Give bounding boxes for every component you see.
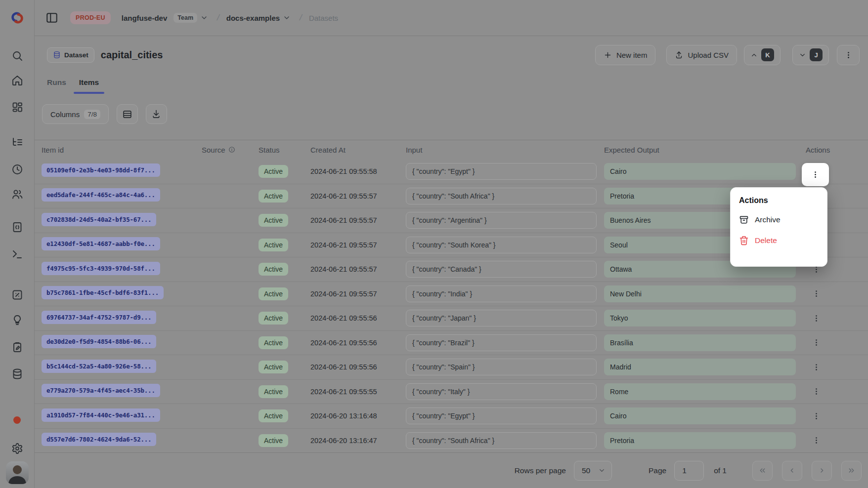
col-header-status[interactable]: Status bbox=[259, 146, 310, 154]
home-icon[interactable] bbox=[11, 75, 23, 86]
project-chevron-down-icon[interactable] bbox=[283, 14, 291, 22]
next-item-button[interactable]: J bbox=[792, 45, 829, 65]
menu-title: Actions bbox=[739, 196, 819, 205]
input-cell: { "country": "South Africa" } bbox=[406, 432, 597, 449]
item-id-badge[interactable]: a1910d57-7f84-440c-9e46-a31... bbox=[42, 408, 160, 422]
next-page-button[interactable] bbox=[812, 461, 832, 481]
dots-vertical-icon bbox=[811, 170, 820, 179]
table-row[interactable]: e779a270-579a-4f45-aec4-35b...Active2024… bbox=[35, 379, 868, 404]
item-id-badge[interactable]: b75c7861-1fbe-45cf-bdf6-83f1... bbox=[42, 286, 164, 299]
item-id-badge[interactable]: eed5dafe-244f-465c-a84c-4a6... bbox=[42, 188, 160, 202]
page-number-input[interactable] bbox=[674, 461, 704, 481]
item-id-badge[interactable]: 69764737-34af-4752-9787-d9... bbox=[42, 311, 156, 324]
prev-page-button[interactable] bbox=[782, 461, 802, 481]
tracing-tree-icon[interactable] bbox=[11, 136, 23, 148]
status-dot[interactable] bbox=[13, 416, 21, 424]
breadcrumb-separator: / bbox=[216, 13, 220, 23]
input-cell: { "country": "Canada" } bbox=[406, 261, 597, 278]
page-count-label: of 1 bbox=[714, 466, 727, 475]
chevron-up-icon bbox=[750, 51, 758, 59]
row-actions-button[interactable] bbox=[808, 432, 825, 449]
col-header-source[interactable]: Source bbox=[202, 146, 259, 154]
table-row[interactable]: b5c144cd-52a5-4a80-926e-58...Active2024-… bbox=[35, 355, 868, 379]
prev-user-avatar: K bbox=[761, 48, 774, 61]
menu-item-archive[interactable]: Archive bbox=[739, 209, 819, 230]
lightbulb-icon[interactable] bbox=[11, 314, 23, 326]
chevron-down-icon bbox=[799, 51, 806, 59]
prompts-file-icon[interactable] bbox=[11, 221, 23, 233]
columns-button[interactable]: Columns 7/8 bbox=[42, 104, 109, 124]
chevron-left-icon bbox=[788, 466, 796, 475]
header-more-actions-button[interactable] bbox=[837, 45, 860, 65]
row-actions-button[interactable] bbox=[808, 383, 825, 400]
col-header-item-id[interactable]: Item id bbox=[42, 146, 202, 154]
table-row[interactable]: 05109ef0-2e3b-4e03-98dd-8f7...Active2024… bbox=[35, 159, 868, 184]
item-id-badge[interactable]: e12430df-5e81-4687-aabb-f0e... bbox=[42, 237, 160, 250]
export-button[interactable] bbox=[146, 104, 167, 124]
row-actions-button[interactable] bbox=[808, 310, 825, 326]
created-at-cell: 2024-06-20 13:16:47 bbox=[310, 437, 406, 445]
item-id-badge[interactable]: e779a270-579a-4f45-aec4-35b... bbox=[42, 384, 160, 397]
item-id-badge[interactable]: 05109ef0-2e3b-4e03-98dd-8f7... bbox=[42, 163, 160, 177]
sessions-clock-icon[interactable] bbox=[11, 163, 23, 175]
settings-gear-icon[interactable] bbox=[11, 443, 23, 454]
project-name[interactable]: docs-examples bbox=[226, 14, 280, 22]
playground-terminal-icon[interactable] bbox=[11, 248, 23, 260]
row-actions-button-active[interactable] bbox=[802, 163, 829, 186]
row-actions-button[interactable] bbox=[808, 334, 825, 351]
dashboards-icon[interactable] bbox=[11, 101, 23, 113]
first-page-button[interactable] bbox=[752, 461, 773, 481]
item-id-badge[interactable]: d557e7d6-7802-4624-9da6-52... bbox=[42, 433, 156, 446]
col-header-created-at[interactable]: Created At bbox=[310, 146, 406, 154]
tab-items[interactable]: Items bbox=[79, 75, 99, 94]
row-actions-button[interactable] bbox=[808, 285, 825, 302]
org-chevron-down-icon[interactable] bbox=[200, 14, 208, 22]
table-row[interactable]: a1910d57-7f84-440c-9e46-a31...Active2024… bbox=[35, 404, 868, 428]
info-icon bbox=[228, 146, 235, 153]
upload-csv-button[interactable]: Upload CSV bbox=[666, 45, 737, 65]
row-actions-button[interactable] bbox=[808, 407, 825, 424]
user-avatar[interactable] bbox=[6, 461, 29, 484]
col-header-input[interactable]: Input bbox=[406, 146, 604, 154]
created-at-cell: 2024-06-21 09:55:56 bbox=[310, 339, 406, 347]
sidebar-toggle-icon[interactable] bbox=[45, 11, 58, 24]
datasets-database-icon[interactable] bbox=[11, 368, 23, 380]
item-id-badge[interactable]: de30d2e0-f5d9-4854-88b6-06... bbox=[42, 335, 156, 348]
table-row[interactable]: de30d2e0-f5d9-4854-88b6-06...Active2024-… bbox=[35, 330, 868, 355]
col-header-actions: Actions bbox=[806, 146, 861, 154]
item-id-badge[interactable]: b5c144cd-52a5-4a80-926e-58... bbox=[42, 360, 156, 373]
created-at-cell: 2024-06-21 09:55:57 bbox=[310, 265, 406, 273]
evaluators-percent-icon[interactable] bbox=[11, 289, 23, 301]
table-header-row: Item id Source Status Created At Input E… bbox=[35, 140, 868, 159]
prev-item-button[interactable]: K bbox=[744, 45, 781, 65]
trash-icon bbox=[739, 236, 749, 245]
annotation-clipboard-icon[interactable] bbox=[11, 341, 23, 353]
breadcrumb-section: Datasets bbox=[309, 14, 338, 22]
table-row[interactable]: b75c7861-1fbe-45cf-bdf6-83f1...Active202… bbox=[35, 282, 868, 306]
menu-item-delete[interactable]: Delete bbox=[739, 230, 819, 251]
users-icon[interactable] bbox=[11, 188, 23, 200]
expected-output-cell: New Delhi bbox=[604, 285, 796, 302]
table-row[interactable]: 69764737-34af-4752-9787-d9...Active2024-… bbox=[35, 306, 868, 330]
chevron-down-icon bbox=[598, 467, 606, 474]
item-id-badge[interactable]: f4975c95-5fc3-4939-970d-58f... bbox=[42, 262, 160, 275]
row-actions-button[interactable] bbox=[808, 359, 825, 375]
row-height-button[interactable] bbox=[117, 104, 138, 124]
expected-output-cell: Tokyo bbox=[604, 310, 796, 326]
table-row[interactable]: d557e7d6-7802-4624-9da6-52...Active2024-… bbox=[35, 428, 868, 453]
langfuse-logo-icon[interactable] bbox=[10, 10, 25, 25]
org-name[interactable]: langfuse-dev bbox=[122, 14, 168, 22]
col-header-expected-output[interactable]: Expected Output bbox=[604, 146, 806, 154]
page-label: Page bbox=[649, 466, 666, 475]
new-item-button[interactable]: New item bbox=[595, 45, 656, 65]
rows-per-page-select[interactable]: 50 bbox=[574, 461, 612, 481]
sidebar bbox=[0, 0, 35, 488]
search-icon[interactable] bbox=[11, 50, 23, 62]
tabs: Runs Items bbox=[47, 75, 99, 94]
table-rows-icon bbox=[122, 109, 132, 120]
item-id-badge[interactable]: c702838d-24d5-40a2-bf35-67... bbox=[42, 213, 156, 226]
status-badge: Active bbox=[259, 214, 288, 227]
last-page-button[interactable] bbox=[841, 461, 862, 481]
environment-badge: PROD-EU bbox=[70, 11, 111, 24]
tab-runs[interactable]: Runs bbox=[47, 75, 66, 94]
